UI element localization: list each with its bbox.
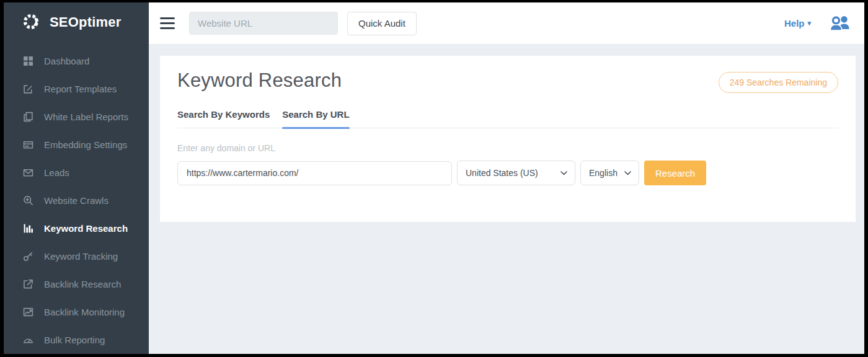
sidebar-item-label: Leads bbox=[44, 167, 69, 178]
app-window: SEOptimer Dashboard Report Templates Whi… bbox=[4, 2, 864, 354]
main-content: Keyword Research 249 Searches Remaining … bbox=[149, 45, 864, 354]
sidebar-item-label: Report Templates bbox=[44, 84, 117, 94]
tab-search-by-keywords[interactable]: Search By Keywords bbox=[177, 109, 270, 128]
chevron-down-icon bbox=[624, 171, 631, 175]
sidebar-item-label: Keyword Research bbox=[44, 223, 128, 234]
language-select[interactable]: English bbox=[580, 161, 639, 185]
gauge-icon bbox=[23, 335, 33, 345]
sidebar-item-label: Bulk Reporting bbox=[44, 335, 105, 345]
sidebar-item-dashboard[interactable]: Dashboard bbox=[4, 47, 149, 75]
key-icon bbox=[23, 251, 33, 262]
sidebar-item-leads[interactable]: Leads bbox=[4, 159, 149, 187]
caret-down-icon: ▾ bbox=[807, 20, 811, 27]
sidebar-item-embedding-settings[interactable]: Embedding Settings bbox=[4, 131, 149, 159]
dashboard-icon bbox=[23, 56, 33, 66]
sidebar-item-backlink-monitoring[interactable]: Backlink Monitoring bbox=[4, 298, 149, 326]
card-header: Keyword Research 249 Searches Remaining bbox=[177, 69, 838, 93]
sidebar-item-white-label-reports[interactable]: White Label Reports bbox=[4, 103, 149, 131]
country-select-value: United States (US) bbox=[466, 168, 538, 178]
sidebar-item-website-crawls[interactable]: Website Crawls bbox=[4, 187, 149, 214]
topbar-right: Help ▾ bbox=[784, 15, 851, 32]
sidebar-item-label: Backlink Monitoring bbox=[44, 307, 125, 317]
sidebar-item-bulk-reporting[interactable]: Bulk Reporting bbox=[4, 326, 149, 354]
hamburger-menu-icon[interactable] bbox=[160, 17, 175, 29]
copy-icon bbox=[23, 112, 33, 122]
help-label: Help bbox=[784, 18, 805, 29]
quick-audit-button[interactable]: Quick Audit bbox=[347, 12, 417, 35]
search-form-row: United States (US) English Research bbox=[177, 161, 838, 185]
sidebar-item-label: Embedding Settings bbox=[44, 139, 127, 150]
keyword-research-card: Keyword Research 249 Searches Remaining … bbox=[160, 56, 856, 222]
bar-chart-icon bbox=[23, 223, 33, 234]
website-url-input[interactable] bbox=[189, 12, 338, 35]
sidebar-item-label: White Label Reports bbox=[44, 112, 128, 122]
tab-search-by-url[interactable]: Search By URL bbox=[282, 109, 349, 128]
sidebar-item-label: Backlink Research bbox=[44, 279, 121, 289]
tab-bar: Search By Keywords Search By URL bbox=[177, 109, 838, 128]
sidebar-item-report-templates[interactable]: Report Templates bbox=[4, 75, 149, 103]
research-button[interactable]: Research bbox=[644, 161, 706, 185]
seoptimer-logo[interactable]: SEOptimer bbox=[4, 2, 149, 42]
sidebar: SEOptimer Dashboard Report Templates Whi… bbox=[4, 2, 149, 354]
users-icon[interactable] bbox=[830, 15, 851, 32]
sidebar-nav: Dashboard Report Templates White Label R… bbox=[4, 42, 149, 354]
sidebar-item-keyword-tracking[interactable]: Keyword Tracking bbox=[4, 242, 149, 270]
help-menu[interactable]: Help ▾ bbox=[784, 18, 811, 29]
line-chart-icon bbox=[23, 307, 33, 317]
domain-url-input[interactable] bbox=[177, 161, 452, 185]
sidebar-item-backlink-research[interactable]: Backlink Research bbox=[4, 270, 149, 298]
chevron-down-icon bbox=[560, 171, 567, 175]
topbar: Quick Audit Help ▾ bbox=[149, 2, 864, 45]
sidebar-item-label: Keyword Tracking bbox=[44, 251, 118, 262]
external-link-icon bbox=[23, 279, 33, 289]
search-plus-icon bbox=[23, 195, 33, 206]
sidebar-item-label: Dashboard bbox=[44, 56, 89, 66]
logo-text: SEOptimer bbox=[50, 14, 122, 30]
envelope-icon bbox=[23, 167, 33, 178]
language-select-value: English bbox=[589, 168, 618, 178]
domain-field-label: Enter any domain or URL bbox=[177, 143, 838, 153]
sidebar-item-label: Website Crawls bbox=[44, 195, 108, 206]
sidebar-item-keyword-research[interactable]: Keyword Research bbox=[4, 214, 149, 242]
content-column: Quick Audit Help ▾ bbox=[149, 2, 864, 354]
embed-window-icon bbox=[23, 139, 33, 150]
edit-icon bbox=[23, 84, 33, 94]
gear-logo-icon bbox=[22, 11, 43, 34]
page-title: Keyword Research bbox=[177, 69, 342, 92]
country-select[interactable]: United States (US) bbox=[457, 161, 575, 185]
searches-remaining-badge: 249 Searches Remaining bbox=[719, 72, 838, 93]
